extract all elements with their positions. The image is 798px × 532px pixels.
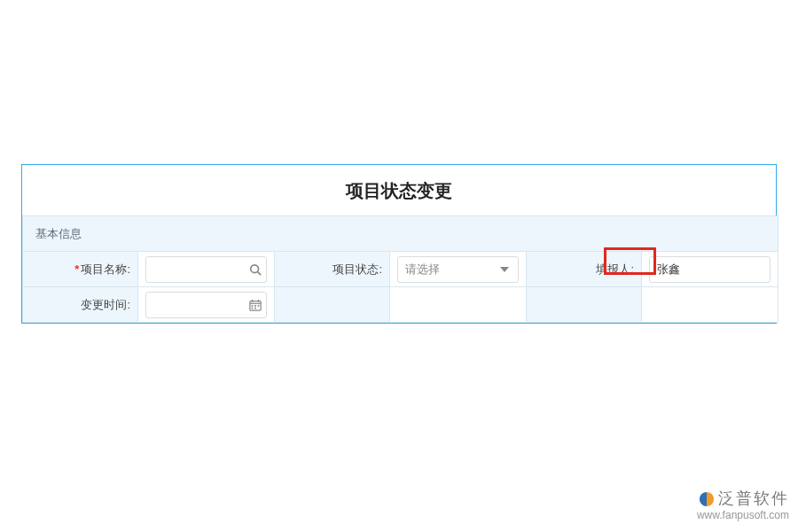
project-name-input[interactable]: [145, 256, 267, 283]
label-project-name: *项目名称:: [23, 252, 138, 287]
brand-logo-icon: [699, 491, 715, 507]
project-status-placeholder: 请选择: [405, 262, 440, 276]
label-empty-1: [275, 287, 390, 323]
brand-row: 泛普软件: [697, 489, 789, 509]
form-row-1: *项目名称: 项目状态: 请选择 填报人:: [23, 252, 778, 287]
label-empty-2: [527, 287, 642, 323]
value-reporter: 张鑫: [642, 252, 778, 287]
brand-watermark: 泛普软件 www.fanpusoft.com: [697, 489, 789, 523]
project-status-select[interactable]: 请选择: [397, 256, 519, 283]
chevron-down-icon: [500, 267, 509, 272]
value-empty-1: [390, 287, 527, 323]
reporter-input[interactable]: 张鑫: [649, 256, 771, 283]
form-panel: 项目状态变更 基本信息 *项目名称: 项目状态:: [21, 164, 777, 324]
value-empty-2: [642, 287, 778, 323]
change-time-input[interactable]: [145, 292, 267, 318]
brand-url: www.fanpusoft.com: [697, 509, 789, 523]
form-table: 基本信息 *项目名称: 项目状态: 请选择: [22, 215, 778, 323]
section-header-row: 基本信息: [23, 216, 778, 252]
label-project-status: 项目状态:: [275, 252, 390, 287]
value-change-time: [138, 287, 275, 323]
project-name-input-wrap[interactable]: [145, 256, 267, 283]
form-row-2: 变更时间:: [23, 287, 778, 323]
section-header-label: 基本信息: [23, 216, 778, 252]
change-time-input-wrap[interactable]: [145, 292, 267, 318]
label-change-time: 变更时间:: [23, 287, 138, 323]
required-star-icon: *: [74, 262, 79, 276]
value-project-name: [138, 252, 275, 287]
form-title: 项目状态变更: [22, 165, 776, 215]
label-reporter: 填报人:: [527, 252, 642, 287]
brand-name: 泛普软件: [718, 489, 789, 509]
value-project-status: 请选择: [390, 252, 527, 287]
